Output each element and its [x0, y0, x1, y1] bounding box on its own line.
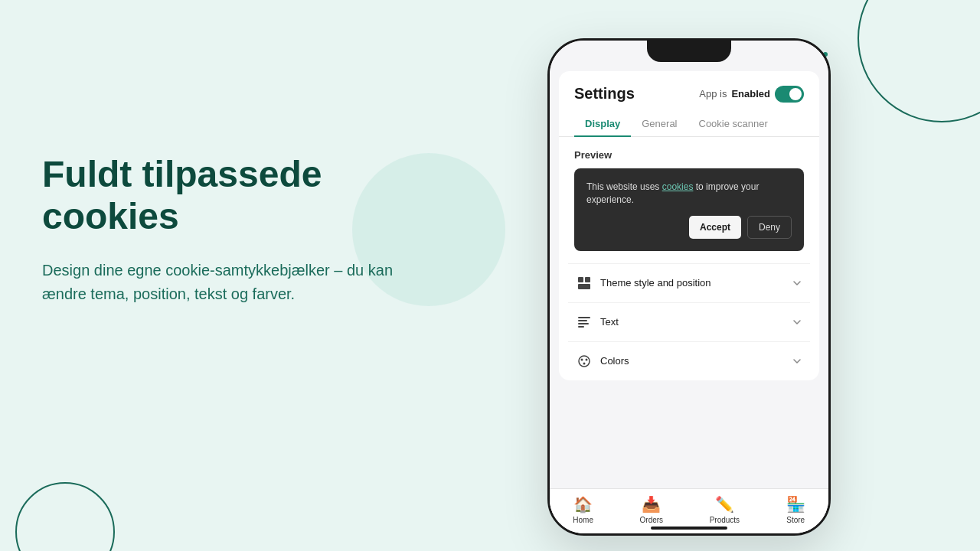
nav-store[interactable]: 🏪 Store: [786, 495, 805, 524]
palette-icon: [576, 353, 593, 370]
left-content: Fuldt tilpassede cookies Design dine egn…: [42, 153, 402, 306]
svg-rect-2: [578, 284, 590, 289]
cookie-banner: This website uses cookies to improve you…: [574, 168, 804, 251]
products-label: Products: [710, 516, 740, 524]
svg-rect-0: [578, 277, 583, 282]
svg-rect-4: [578, 320, 587, 321]
settings-header: Settings App is Enabled: [559, 71, 819, 103]
cookie-banner-text: This website uses cookies to improve you…: [586, 181, 792, 207]
settings-item-text-left: Text: [576, 314, 619, 331]
settings-panel: Settings App is Enabled Display General: [559, 71, 819, 380]
settings-item-text[interactable]: Text: [568, 302, 810, 341]
settings-item-colors-left: Colors: [576, 353, 629, 370]
accept-button[interactable]: Accept: [689, 216, 741, 239]
orders-label: Orders: [640, 516, 664, 524]
tab-cookie-scanner[interactable]: Cookie scanner: [688, 112, 779, 137]
phone-mockup: Settings App is Enabled Display General: [547, 38, 831, 536]
text-chevron-icon: [792, 317, 802, 328]
settings-title: Settings: [574, 85, 635, 103]
text-item-label: Text: [600, 316, 619, 328]
theme-item-label: Theme style and position: [600, 277, 711, 289]
cookie-text-before: This website uses: [586, 181, 662, 192]
colors-item-label: Colors: [600, 355, 629, 367]
settings-item-theme-left: Theme style and position: [576, 275, 711, 292]
cookies-link[interactable]: cookies: [662, 181, 694, 192]
app-toggle[interactable]: [775, 86, 804, 103]
app-status: App is Enabled: [699, 86, 804, 103]
tab-display[interactable]: Display: [574, 112, 631, 137]
svg-point-10: [583, 362, 586, 364]
settings-item-theme[interactable]: Theme style and position: [568, 263, 810, 302]
theme-chevron-icon: [792, 278, 802, 289]
text-icon: [576, 314, 593, 331]
nav-orders[interactable]: 📥 Orders: [640, 495, 664, 524]
nav-products[interactable]: ✏️ Products: [710, 495, 740, 524]
preview-label: Preview: [574, 149, 804, 161]
cookie-buttons: Accept Deny: [586, 216, 792, 239]
colors-chevron-icon: [792, 356, 802, 367]
home-label: Home: [573, 516, 593, 524]
svg-point-8: [581, 358, 583, 360]
tab-general[interactable]: General: [631, 112, 688, 137]
svg-point-7: [579, 356, 590, 367]
tabs-bar: Display General Cookie scanner: [559, 103, 819, 137]
products-icon: ✏️: [715, 495, 734, 514]
app-is-label: App is: [699, 88, 727, 99]
main-subtext: Design dine egne cookie-samtykkebjælker …: [42, 259, 402, 306]
decorative-circle-bottom-left: [15, 482, 115, 551]
svg-rect-6: [578, 326, 584, 328]
store-label: Store: [786, 516, 805, 524]
layout-icon: [576, 275, 593, 292]
nav-home[interactable]: 🏠 Home: [573, 495, 593, 524]
phone-notch: [647, 41, 731, 62]
svg-rect-1: [585, 277, 590, 282]
store-icon: 🏪: [786, 495, 805, 514]
deny-button[interactable]: Deny: [747, 216, 792, 239]
main-headline: Fuldt tilpassede cookies: [42, 153, 402, 237]
settings-items-list: Theme style and position: [559, 263, 819, 380]
phone-screen: Settings App is Enabled Display General: [550, 41, 828, 533]
svg-point-9: [586, 358, 588, 360]
settings-item-colors[interactable]: Colors: [568, 341, 810, 380]
home-indicator: [651, 527, 727, 530]
decorative-circle-top-right: [858, 0, 980, 122]
preview-section: Preview This website uses cookies to imp…: [559, 137, 819, 263]
svg-rect-3: [578, 317, 590, 318]
svg-rect-5: [578, 323, 589, 324]
phone-frame: Settings App is Enabled Display General: [547, 38, 831, 536]
enabled-label: Enabled: [731, 88, 770, 99]
home-icon: 🏠: [573, 495, 593, 514]
orders-icon: 📥: [642, 495, 661, 514]
